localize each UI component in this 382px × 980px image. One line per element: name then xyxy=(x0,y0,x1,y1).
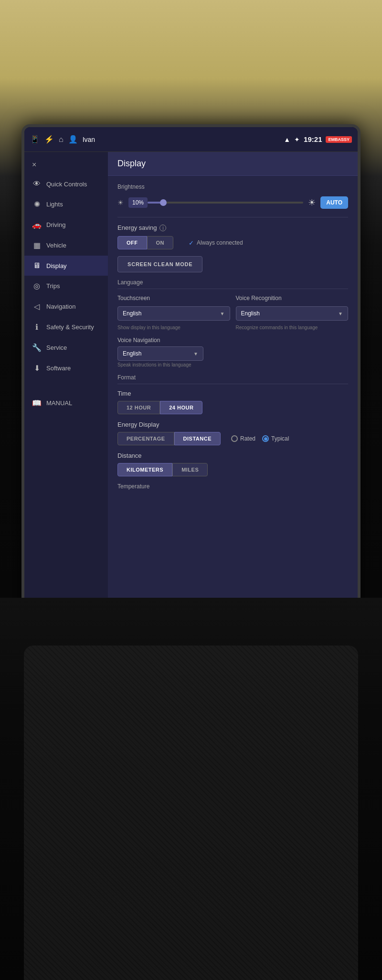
sidebar-item-driving[interactable]: 🚗 Driving xyxy=(24,215,108,235)
temperature-label: Temperature xyxy=(117,483,348,490)
sidebar-item-label: Display xyxy=(46,262,67,269)
kilometers-button[interactable]: KILOMETERS xyxy=(117,463,172,476)
energy-saving-header: Energy saving i xyxy=(117,224,348,231)
display-icon: 🖥 xyxy=(32,261,42,270)
format-section-label: Format xyxy=(117,374,348,384)
sidebar-item-label: Vehicle xyxy=(46,242,66,249)
brightness-section: Brightness ☀ 10% ☀ AUTO xyxy=(117,183,348,210)
panel-body: Brightness ☀ 10% ☀ AUTO xyxy=(108,176,358,504)
manual-button[interactable]: 📖 MANUAL xyxy=(24,393,108,413)
distance-button[interactable]: DISTANCE xyxy=(174,432,221,445)
energy-saving-on-button[interactable]: ON xyxy=(147,236,174,249)
energy-display-toggle: PERCENTAGE DISTANCE xyxy=(117,432,221,445)
brightness-label: Brightness xyxy=(117,183,348,190)
voice-navigation-value: English xyxy=(123,350,141,357)
voice-navigation-label: Voice Navigation xyxy=(117,337,348,344)
sidebar-item-safety-security[interactable]: ℹ Safety & Security xyxy=(24,317,108,337)
sidebar: × 👁 Quick Controls ✺ Lights 🚗 Driving ▦ … xyxy=(24,152,108,633)
voice-recognition-value: English xyxy=(241,310,260,317)
energy-saving-toggle: OFF ON xyxy=(117,236,173,249)
energy-display-section: Energy Display PERCENTAGE DISTANCE Rated xyxy=(117,421,348,445)
voice-recognition-chevron-icon: ▼ xyxy=(338,311,343,316)
screen-clean-mode-button[interactable]: SCREEN CLEAN MODE xyxy=(117,256,202,272)
divider-1 xyxy=(117,217,348,217)
distance-label: Distance xyxy=(117,452,348,459)
miles-button[interactable]: MILES xyxy=(172,463,208,476)
sidebar-item-label: Navigation xyxy=(46,303,75,310)
brightness-slider[interactable]: 10% xyxy=(128,195,303,210)
voice-navigation-select[interactable]: English ▼ xyxy=(117,346,203,361)
car-exterior-bottom xyxy=(0,598,382,980)
sidebar-item-navigation[interactable]: ◁ Navigation xyxy=(24,296,108,317)
status-time: 19:21 xyxy=(304,135,322,143)
touchscreen-language-select[interactable]: English ▼ xyxy=(117,306,230,321)
voice-recognition-hint: Recognize commands in this language xyxy=(236,325,349,330)
voice-navigation-chevron-icon: ▼ xyxy=(193,351,198,356)
display-panel: Display Brightness ☀ 10% xyxy=(108,152,358,633)
language-section-label: Language xyxy=(117,279,348,289)
navigation-icon: ◁ xyxy=(32,302,42,311)
rated-radio[interactable]: Rated xyxy=(231,435,255,442)
status-bar: 📱 ⚡ ⌂ 👤 Ivan ▲ ✦ 19:21 EMBASSY xyxy=(24,127,358,152)
seat-texture xyxy=(24,646,358,980)
24hour-button[interactable]: 24 HOUR xyxy=(160,401,202,414)
sidebar-item-label: Safety & Security xyxy=(46,323,94,331)
driving-icon: 🚗 xyxy=(32,220,42,229)
energy-display-label: Energy Display xyxy=(117,421,348,428)
sidebar-item-label: Service xyxy=(46,344,67,351)
brightness-value: 10% xyxy=(128,197,148,208)
touchscreen-language-value: English xyxy=(123,310,141,317)
status-right: ▲ ✦ 19:21 EMBASSY xyxy=(284,135,352,143)
safety-icon: ℹ xyxy=(32,323,42,332)
touchscreen-hint: Show display in this language xyxy=(117,325,230,330)
lightning-icon: ⚡ xyxy=(44,135,54,144)
format-section: Format Time 12 HOUR 24 HOUR Energy Displ… xyxy=(117,374,348,490)
voice-recognition-col: Voice Recognition English ▼ Recognize co… xyxy=(236,295,349,330)
rated-label: Rated xyxy=(240,435,255,442)
user-icon: 👤 xyxy=(68,135,78,144)
energy-saving-off-button[interactable]: OFF xyxy=(117,236,147,249)
touchscreen-chevron-icon: ▼ xyxy=(220,311,225,316)
time-format-toggle: 12 HOUR 24 HOUR xyxy=(117,401,348,414)
typical-label: Typical xyxy=(271,435,289,442)
sidebar-item-lights[interactable]: ✺ Lights xyxy=(24,194,108,215)
typical-radio-dot xyxy=(264,437,267,441)
distance-toggle: KILOMETERS MILES xyxy=(117,463,348,476)
brightness-track[interactable] xyxy=(148,202,303,204)
wifi-icon: ▲ xyxy=(284,136,290,143)
percentage-button[interactable]: PERCENTAGE xyxy=(117,432,174,445)
close-button[interactable]: × xyxy=(24,156,108,174)
language-grid: Touchscreen English ▼ Show display in th… xyxy=(117,295,348,330)
sidebar-item-display[interactable]: 🖥 Display xyxy=(24,256,108,276)
time-format-section: Time 12 HOUR 24 HOUR xyxy=(117,390,348,414)
sidebar-item-service[interactable]: 🔧 Service xyxy=(24,337,108,358)
12hour-button[interactable]: 12 HOUR xyxy=(117,401,160,414)
sidebar-item-label: Software xyxy=(46,365,71,372)
main-content: × 👁 Quick Controls ✺ Lights 🚗 Driving ▦ … xyxy=(24,152,358,633)
brightness-dim-icon: ☀ xyxy=(117,199,124,206)
voice-recognition-select[interactable]: English ▼ xyxy=(236,306,349,321)
auto-brightness-button[interactable]: AUTO xyxy=(320,196,348,209)
sidebar-item-label: Trips xyxy=(46,282,60,290)
manual-icon: 📖 xyxy=(32,398,42,408)
energy-info-icon[interactable]: i xyxy=(159,225,166,231)
bluetooth-icon: ✦ xyxy=(294,136,300,143)
brightness-bright-icon: ☀ xyxy=(308,197,316,208)
typical-radio[interactable]: Typical xyxy=(262,435,289,442)
sidebar-item-trips[interactable]: ◎ Trips xyxy=(24,276,108,296)
brightness-thumb[interactable] xyxy=(160,199,167,206)
sidebar-item-quick-controls[interactable]: 👁 Quick Controls xyxy=(24,174,108,194)
energy-saving-label: Energy saving xyxy=(117,224,157,231)
time-format-label: Time xyxy=(117,390,348,397)
quick-controls-icon: 👁 xyxy=(32,180,42,188)
sidebar-item-label: Quick Controls xyxy=(46,181,87,188)
sidebar-item-software[interactable]: ⬇ Software xyxy=(24,358,108,378)
voice-navigation-section: Voice Navigation English ▼ Speak instruc… xyxy=(117,337,348,367)
lights-icon: ✺ xyxy=(32,200,42,209)
distance-section: Distance KILOMETERS MILES xyxy=(117,452,348,476)
rated-radio-circle xyxy=(231,435,238,442)
software-icon: ⬇ xyxy=(32,364,42,373)
sidebar-item-vehicle[interactable]: ▦ Vehicle xyxy=(24,235,108,256)
home-icon: ⌂ xyxy=(59,135,64,144)
typical-radio-circle xyxy=(262,435,269,442)
